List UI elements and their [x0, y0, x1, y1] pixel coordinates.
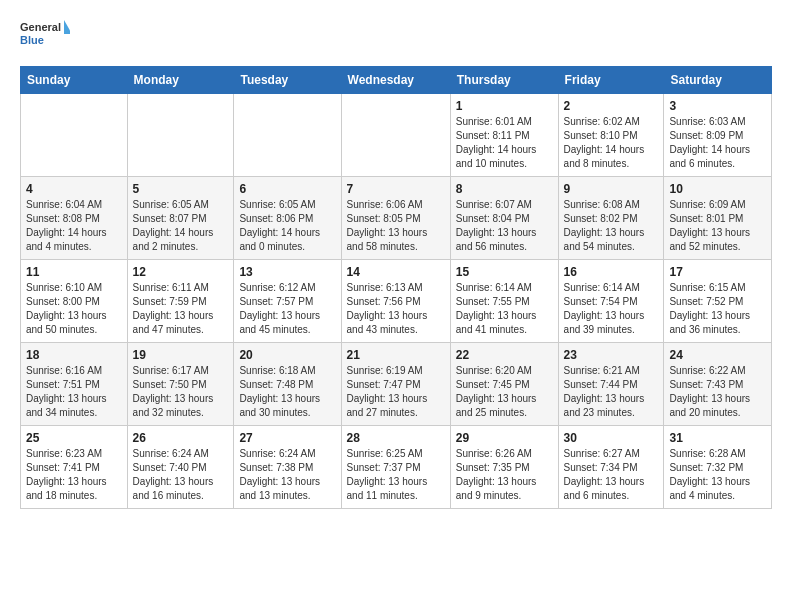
calendar-cell: 5Sunrise: 6:05 AM Sunset: 8:07 PM Daylig…: [127, 177, 234, 260]
day-number: 9: [564, 182, 659, 196]
calendar-cell: 11Sunrise: 6:10 AM Sunset: 8:00 PM Dayli…: [21, 260, 128, 343]
calendar-cell: 14Sunrise: 6:13 AM Sunset: 7:56 PM Dayli…: [341, 260, 450, 343]
svg-text:Blue: Blue: [20, 34, 44, 46]
day-info: Sunrise: 6:21 AM Sunset: 7:44 PM Dayligh…: [564, 364, 659, 420]
weekday-header: Wednesday: [341, 67, 450, 94]
calendar-cell: [234, 94, 341, 177]
weekday-header: Thursday: [450, 67, 558, 94]
day-number: 20: [239, 348, 335, 362]
page-header: General Blue: [20, 16, 772, 56]
calendar-cell: [341, 94, 450, 177]
calendar-cell: 1Sunrise: 6:01 AM Sunset: 8:11 PM Daylig…: [450, 94, 558, 177]
day-number: 17: [669, 265, 766, 279]
weekday-header: Tuesday: [234, 67, 341, 94]
day-info: Sunrise: 6:28 AM Sunset: 7:32 PM Dayligh…: [669, 447, 766, 503]
day-number: 10: [669, 182, 766, 196]
day-number: 7: [347, 182, 445, 196]
calendar-cell: 19Sunrise: 6:17 AM Sunset: 7:50 PM Dayli…: [127, 343, 234, 426]
day-info: Sunrise: 6:04 AM Sunset: 8:08 PM Dayligh…: [26, 198, 122, 254]
day-info: Sunrise: 6:11 AM Sunset: 7:59 PM Dayligh…: [133, 281, 229, 337]
day-number: 4: [26, 182, 122, 196]
calendar-cell: 23Sunrise: 6:21 AM Sunset: 7:44 PM Dayli…: [558, 343, 664, 426]
day-number: 22: [456, 348, 553, 362]
day-info: Sunrise: 6:02 AM Sunset: 8:10 PM Dayligh…: [564, 115, 659, 171]
day-info: Sunrise: 6:26 AM Sunset: 7:35 PM Dayligh…: [456, 447, 553, 503]
day-info: Sunrise: 6:15 AM Sunset: 7:52 PM Dayligh…: [669, 281, 766, 337]
calendar-cell: 13Sunrise: 6:12 AM Sunset: 7:57 PM Dayli…: [234, 260, 341, 343]
day-info: Sunrise: 6:19 AM Sunset: 7:47 PM Dayligh…: [347, 364, 445, 420]
calendar-cell: 16Sunrise: 6:14 AM Sunset: 7:54 PM Dayli…: [558, 260, 664, 343]
day-info: Sunrise: 6:14 AM Sunset: 7:55 PM Dayligh…: [456, 281, 553, 337]
calendar-cell: 21Sunrise: 6:19 AM Sunset: 7:47 PM Dayli…: [341, 343, 450, 426]
day-info: Sunrise: 6:18 AM Sunset: 7:48 PM Dayligh…: [239, 364, 335, 420]
day-number: 18: [26, 348, 122, 362]
day-info: Sunrise: 6:08 AM Sunset: 8:02 PM Dayligh…: [564, 198, 659, 254]
day-info: Sunrise: 6:17 AM Sunset: 7:50 PM Dayligh…: [133, 364, 229, 420]
day-info: Sunrise: 6:05 AM Sunset: 8:07 PM Dayligh…: [133, 198, 229, 254]
weekday-header: Friday: [558, 67, 664, 94]
calendar-cell: 10Sunrise: 6:09 AM Sunset: 8:01 PM Dayli…: [664, 177, 772, 260]
day-number: 27: [239, 431, 335, 445]
day-number: 21: [347, 348, 445, 362]
calendar-cell: 17Sunrise: 6:15 AM Sunset: 7:52 PM Dayli…: [664, 260, 772, 343]
calendar-cell: 20Sunrise: 6:18 AM Sunset: 7:48 PM Dayli…: [234, 343, 341, 426]
calendar-table: SundayMondayTuesdayWednesdayThursdayFrid…: [20, 66, 772, 509]
calendar-cell: 30Sunrise: 6:27 AM Sunset: 7:34 PM Dayli…: [558, 426, 664, 509]
svg-text:General: General: [20, 21, 61, 33]
day-number: 16: [564, 265, 659, 279]
day-number: 11: [26, 265, 122, 279]
day-number: 29: [456, 431, 553, 445]
day-info: Sunrise: 6:07 AM Sunset: 8:04 PM Dayligh…: [456, 198, 553, 254]
day-info: Sunrise: 6:27 AM Sunset: 7:34 PM Dayligh…: [564, 447, 659, 503]
day-info: Sunrise: 6:24 AM Sunset: 7:40 PM Dayligh…: [133, 447, 229, 503]
day-info: Sunrise: 6:20 AM Sunset: 7:45 PM Dayligh…: [456, 364, 553, 420]
day-number: 14: [347, 265, 445, 279]
svg-marker-2: [64, 20, 70, 34]
day-number: 15: [456, 265, 553, 279]
day-number: 23: [564, 348, 659, 362]
calendar-cell: 3Sunrise: 6:03 AM Sunset: 8:09 PM Daylig…: [664, 94, 772, 177]
day-info: Sunrise: 6:24 AM Sunset: 7:38 PM Dayligh…: [239, 447, 335, 503]
day-number: 25: [26, 431, 122, 445]
day-number: 26: [133, 431, 229, 445]
weekday-header: Saturday: [664, 67, 772, 94]
calendar-cell: 15Sunrise: 6:14 AM Sunset: 7:55 PM Dayli…: [450, 260, 558, 343]
day-number: 28: [347, 431, 445, 445]
day-info: Sunrise: 6:13 AM Sunset: 7:56 PM Dayligh…: [347, 281, 445, 337]
calendar-cell: 18Sunrise: 6:16 AM Sunset: 7:51 PM Dayli…: [21, 343, 128, 426]
calendar-cell: 6Sunrise: 6:05 AM Sunset: 8:06 PM Daylig…: [234, 177, 341, 260]
logo-svg: General Blue: [20, 16, 70, 56]
calendar-cell: 7Sunrise: 6:06 AM Sunset: 8:05 PM Daylig…: [341, 177, 450, 260]
day-info: Sunrise: 6:14 AM Sunset: 7:54 PM Dayligh…: [564, 281, 659, 337]
day-info: Sunrise: 6:05 AM Sunset: 8:06 PM Dayligh…: [239, 198, 335, 254]
day-number: 31: [669, 431, 766, 445]
calendar-cell: 4Sunrise: 6:04 AM Sunset: 8:08 PM Daylig…: [21, 177, 128, 260]
day-number: 2: [564, 99, 659, 113]
day-info: Sunrise: 6:01 AM Sunset: 8:11 PM Dayligh…: [456, 115, 553, 171]
calendar-cell: 9Sunrise: 6:08 AM Sunset: 8:02 PM Daylig…: [558, 177, 664, 260]
day-number: 6: [239, 182, 335, 196]
day-number: 3: [669, 99, 766, 113]
weekday-header: Monday: [127, 67, 234, 94]
calendar-cell: 8Sunrise: 6:07 AM Sunset: 8:04 PM Daylig…: [450, 177, 558, 260]
day-number: 5: [133, 182, 229, 196]
day-info: Sunrise: 6:25 AM Sunset: 7:37 PM Dayligh…: [347, 447, 445, 503]
day-number: 12: [133, 265, 229, 279]
day-number: 8: [456, 182, 553, 196]
day-info: Sunrise: 6:09 AM Sunset: 8:01 PM Dayligh…: [669, 198, 766, 254]
calendar-cell: [127, 94, 234, 177]
calendar-cell: 31Sunrise: 6:28 AM Sunset: 7:32 PM Dayli…: [664, 426, 772, 509]
calendar-cell: 12Sunrise: 6:11 AM Sunset: 7:59 PM Dayli…: [127, 260, 234, 343]
day-info: Sunrise: 6:22 AM Sunset: 7:43 PM Dayligh…: [669, 364, 766, 420]
day-info: Sunrise: 6:12 AM Sunset: 7:57 PM Dayligh…: [239, 281, 335, 337]
logo: General Blue: [20, 16, 70, 56]
calendar-cell: 22Sunrise: 6:20 AM Sunset: 7:45 PM Dayli…: [450, 343, 558, 426]
day-info: Sunrise: 6:16 AM Sunset: 7:51 PM Dayligh…: [26, 364, 122, 420]
day-number: 24: [669, 348, 766, 362]
calendar-cell: 2Sunrise: 6:02 AM Sunset: 8:10 PM Daylig…: [558, 94, 664, 177]
day-info: Sunrise: 6:03 AM Sunset: 8:09 PM Dayligh…: [669, 115, 766, 171]
calendar-cell: 26Sunrise: 6:24 AM Sunset: 7:40 PM Dayli…: [127, 426, 234, 509]
calendar-cell: 25Sunrise: 6:23 AM Sunset: 7:41 PM Dayli…: [21, 426, 128, 509]
day-number: 30: [564, 431, 659, 445]
day-number: 1: [456, 99, 553, 113]
